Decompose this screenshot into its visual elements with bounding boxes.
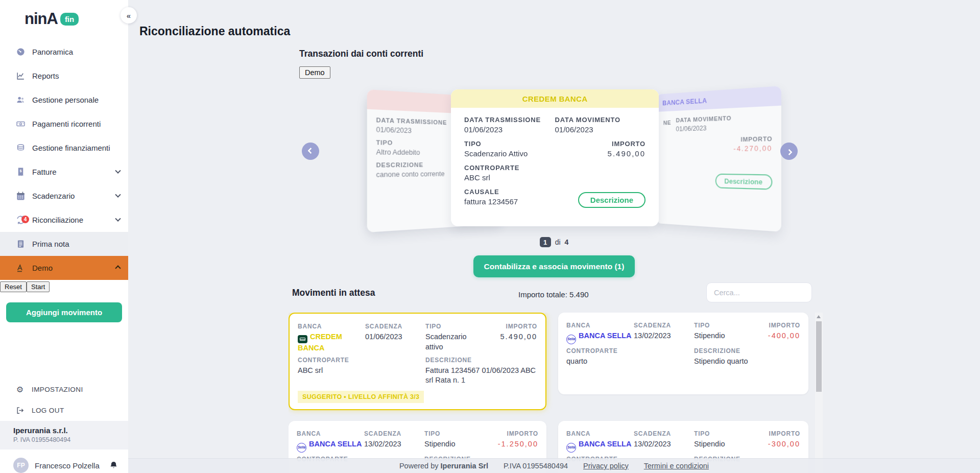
controparte-value: ABC srl [298, 364, 425, 386]
contabilizza-button[interactable]: Contabilizza e associa movimento (1) [473, 255, 635, 277]
movements-scrollbar[interactable] [815, 313, 823, 473]
sidebar-item-prima-nota[interactable]: Prima nota [0, 232, 128, 256]
field-value: 01/06/2023 [555, 125, 646, 134]
field-label: DATA TRASMISSIONE [464, 116, 555, 124]
company-block: Iperurania s.r.l. P. IVA 01955480494 [0, 421, 128, 450]
amount-value: -300,00 [734, 437, 800, 453]
movement-card[interactable]: BANCA SCADENZA TIPO IMPORTO CREDEM BANCA… [289, 313, 546, 410]
carousel-next-button[interactable] [780, 143, 798, 160]
chevron-up-icon [115, 265, 121, 271]
movement-card[interactable]: BANCA SCADENZA TIPO IMPORTO SellaBANCA S… [558, 313, 808, 394]
transaction-card-credem[interactable]: CREDEM BANCA DATA TRASMISSIONE 01/06/202… [451, 89, 659, 226]
suggestion-badge: SUGGERITO • LIVELLO AFFINITÀ 3/3 [298, 391, 424, 403]
tipo-value: Stipendio [694, 329, 734, 344]
column-label: BANCA [566, 427, 634, 437]
description-pill-button[interactable]: Descrizione [715, 174, 773, 190]
sidebar-item-fatture[interactable]: $ Fatture [0, 160, 128, 184]
privacy-policy-link[interactable]: Privacy policy [583, 462, 629, 470]
sidebar-item-riconciliazione[interactable]: 4 Riconciliazione [0, 208, 128, 232]
sidebar-collapse-button[interactable]: « [121, 7, 137, 23]
tipo-value: Stipendio [424, 437, 472, 453]
column-label: TIPO [425, 320, 471, 330]
credem-bank-icon [298, 335, 307, 343]
scrollbar-thumb[interactable] [816, 321, 822, 392]
column-label: SCADENZA [634, 319, 694, 329]
field-label: IMPORTO [676, 135, 773, 144]
brand-wordmark: ninA [25, 10, 58, 28]
sidebar-item-pagamenti-ricorrenti[interactable]: Pagamenti ricorrenti [0, 112, 128, 136]
sella-bank-icon: Sella [566, 335, 576, 344]
scroll-up-arrow-icon[interactable] [817, 315, 821, 318]
sidebar-item-panoramica[interactable]: Panoramica [0, 40, 128, 64]
sidebar-item-demo[interactable]: Demo [0, 256, 128, 280]
field-label: CONTROPARTE [464, 164, 555, 172]
amount-value: -1.250,00 [472, 437, 538, 453]
page-number-badge[interactable]: 1 [540, 237, 551, 247]
movements-list: BANCA SCADENZA TIPO IMPORTO CREDEM BANCA… [289, 313, 809, 473]
column-label: BANCA [297, 427, 364, 437]
sidebar-item-gestione-finanziamenti[interactable]: Gestione finanziamenti [0, 136, 128, 160]
gear-icon: ⚙ [15, 385, 25, 394]
logout-label: LOG OUT [32, 407, 64, 414]
carousel-prev-button[interactable] [302, 143, 319, 160]
chevron-down-icon [115, 168, 121, 173]
bank-header: CREDEM BANCA [451, 89, 659, 108]
chevron-down-icon [115, 216, 121, 221]
sidebar-item-label: Scadenzario [32, 192, 75, 200]
sella-bank-icon: Sella [566, 443, 576, 453]
company-vat: P. IVA 01955480494 [13, 436, 120, 443]
column-label: TIPO [694, 319, 734, 329]
logout-item[interactable]: LOG OUT [0, 400, 128, 421]
bell-icon[interactable] [109, 461, 118, 470]
sidebar-item-label: Riconciliazione [32, 216, 83, 224]
add-movement-button[interactable]: Aggiungi movimento [6, 302, 122, 322]
demo-controls: Reset Start [0, 281, 128, 292]
column-label: CONTROPARTE [298, 353, 425, 364]
field-value: 01/06/2023 [376, 125, 452, 136]
pagination-total: 4 [565, 238, 569, 246]
column-label: SCADENZA [364, 427, 424, 437]
sidebar-item-reports[interactable]: Reports [0, 64, 128, 88]
sidebar-spacer [0, 322, 128, 379]
sidebar-item-gestione-personale[interactable]: Gestione personale [0, 88, 128, 112]
search-input[interactable] [706, 282, 812, 302]
scadenza-value: 01/06/2023 [365, 330, 425, 353]
movements-section-title: Movimenti in attesa [292, 288, 375, 298]
people-icon [15, 95, 26, 105]
amount-value: 5.490,00 [555, 149, 646, 158]
column-label: CONTROPARTE [566, 344, 694, 354]
transaction-card-sella[interactable]: BANCA SELLA NE DATA MOVIMENTO 01/06/2023… [656, 86, 781, 232]
column-label: IMPORTO [734, 319, 800, 329]
user-row[interactable]: FP Francesco Polzella [0, 450, 128, 473]
scadenza-value: 13/02/2023 [634, 329, 694, 344]
column-label: DESCRIZIONE [694, 344, 800, 354]
sidebar-item-label: Gestione personale [32, 96, 99, 104]
sidebar-item-label: Prima nota [32, 240, 69, 248]
terms-link[interactable]: Termini e condizioni [644, 462, 709, 470]
description-pill-button[interactable]: Descrizione [578, 192, 646, 208]
brand-fin-badge: fin [60, 13, 79, 26]
sidebar-item-scadenzario[interactable]: Scadenzario [0, 184, 128, 208]
start-button[interactable]: Start [27, 281, 50, 292]
svg-text:$: $ [19, 169, 21, 173]
sella-bank-icon: Sella [297, 443, 306, 453]
field-value: 01/06/2023 [676, 122, 773, 133]
scadenza-value: 13/02/2023 [634, 437, 694, 453]
reconciliation-sync-icon: 4 [15, 215, 26, 225]
controparte-value: quarto [566, 354, 694, 367]
field-label: DATA TRASMISSIONE [376, 116, 452, 126]
carousel-pagination: 1 di 4 [289, 237, 820, 247]
column-label: BANCA [298, 320, 365, 330]
company-name: Iperurania s.r.l. [13, 426, 120, 435]
field-value: 01/06/2023 [464, 125, 555, 134]
column-label: DESCRIZIONE [425, 353, 537, 364]
reset-button[interactable]: Reset [0, 281, 27, 292]
settings-item[interactable]: ⚙ IMPOSTAZIONI [0, 379, 128, 400]
logout-icon [15, 406, 25, 415]
chevron-left-icon [307, 147, 314, 154]
invoice-icon: $ [15, 167, 26, 177]
pagination-separator: di [555, 238, 561, 246]
descrizione-value: Fattura 1234567 01/06/2023 ABC srl Rata … [425, 364, 537, 386]
sidebar-item-label: Demo [32, 264, 53, 272]
sidebar-item-label: Pagamenti ricorrenti [32, 120, 101, 128]
